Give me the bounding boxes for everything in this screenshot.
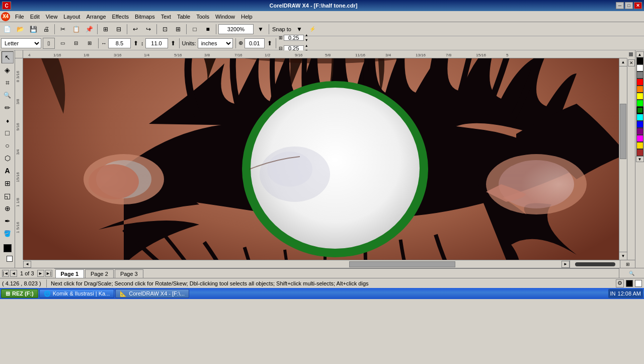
ungroup-button[interactable]: ⊞	[172, 24, 184, 35]
menu-arrange[interactable]: Arrange	[83, 11, 109, 22]
polygon-tool[interactable]: ⬡	[2, 152, 14, 164]
zoom-level-display[interactable]: 🔍	[619, 268, 644, 278]
height-input[interactable]: 11.0	[145, 38, 168, 48]
menu-effects[interactable]: Effects	[109, 11, 132, 22]
panel-close-button[interactable]: ✕	[628, 59, 635, 66]
interactive-fill-tool[interactable]: ◱	[2, 190, 14, 202]
zoom-tool[interactable]: 🔍	[2, 89, 14, 101]
outline-tool[interactable]: ✒	[2, 215, 14, 227]
freehand-tool[interactable]: ✏	[2, 102, 14, 114]
color-white[interactable]	[636, 64, 643, 71]
bleed-button[interactable]: ⊞	[84, 38, 96, 49]
color-magenta[interactable]	[636, 135, 643, 142]
undo-button[interactable]: ↩	[129, 24, 141, 35]
color-blue[interactable]	[636, 121, 643, 128]
next-page-button[interactable]: ►	[37, 270, 44, 277]
close-button[interactable]: ✕	[634, 2, 642, 9]
status-icon-button[interactable]: ⚙	[616, 279, 624, 287]
copy-button[interactable]: 📋	[70, 24, 82, 35]
menu-window[interactable]: Window	[212, 11, 238, 22]
width-spin[interactable]: ⬆	[132, 38, 139, 49]
last-page-button[interactable]: ►|	[45, 270, 52, 277]
color-orange[interactable]	[636, 86, 643, 93]
page-tab-2[interactable]: Page 2	[85, 269, 114, 278]
scroll-down-button[interactable]: ▼	[619, 252, 627, 260]
scroll-up-button[interactable]: ▲	[619, 58, 627, 66]
page-tab-1[interactable]: Page 1	[55, 269, 84, 278]
redo-button[interactable]: ↪	[142, 24, 154, 35]
menu-text[interactable]: Text	[158, 11, 174, 22]
page-settings-button[interactable]: ⊟	[70, 38, 82, 49]
page-tab-3[interactable]: Page 3	[115, 269, 143, 278]
color-green[interactable]	[636, 107, 643, 114]
zoom-fit-button[interactable]: ⊞	[620, 260, 635, 268]
menu-tools[interactable]: Tools	[193, 11, 212, 22]
color-white[interactable]	[2, 255, 14, 267]
color-gray[interactable]	[636, 71, 643, 79]
table-tool[interactable]: ⊞	[2, 177, 14, 189]
offset-x-input[interactable]: 0.25	[284, 35, 304, 41]
open-button[interactable]: 📂	[14, 24, 26, 35]
paste-button[interactable]: 📌	[83, 24, 95, 35]
fill-button[interactable]: ■	[202, 24, 214, 35]
taskbar-komik[interactable]: 🌐 Komik & Ilustrasi | Ka...	[39, 289, 115, 298]
maximize-button[interactable]: □	[625, 2, 633, 9]
align-button[interactable]: ⊟	[113, 24, 125, 35]
nudge-spin[interactable]: ⬆	[266, 38, 273, 49]
menu-layout[interactable]: Layout	[60, 11, 83, 22]
color-red[interactable]	[636, 79, 643, 86]
shape-tool[interactable]: ◈	[2, 64, 14, 76]
vscrollbar[interactable]: ▲ ▼	[619, 58, 627, 260]
fill-tool[interactable]: 🪣	[2, 228, 14, 240]
height-spin[interactable]: ⬆	[170, 38, 177, 49]
color-black[interactable]	[2, 242, 14, 254]
first-page-button[interactable]: |◄	[2, 270, 9, 277]
zoom-input[interactable]: 3200%	[218, 24, 254, 34]
cut-button[interactable]: ✂	[57, 24, 69, 35]
smart-fill-tool[interactable]: ⬧	[2, 114, 14, 126]
rectangle-tool[interactable]: □	[2, 127, 14, 139]
hscroll-thumb[interactable]	[349, 261, 455, 267]
group-button[interactable]: ⊡	[159, 24, 171, 35]
prev-page-button[interactable]: ◄	[10, 270, 17, 277]
color-lime[interactable]	[636, 100, 643, 107]
ellipse-tool[interactable]: ○	[2, 139, 14, 152]
start-button[interactable]: ⊞ REZ (F:)	[1, 289, 38, 298]
width-input[interactable]: 8.5	[108, 38, 131, 48]
outline-button[interactable]: □	[189, 24, 201, 35]
vscroll-thumb[interactable]	[620, 104, 626, 159]
page-size-select[interactable]: Letter	[1, 38, 41, 48]
text-tool[interactable]: A	[2, 165, 14, 177]
scroll-left-button[interactable]: ◄	[23, 261, 31, 268]
zoom-dropdown[interactable]: ▼	[255, 24, 267, 35]
menu-edit[interactable]: Edit	[27, 11, 43, 22]
palette-scroll-down[interactable]: ▼	[636, 156, 644, 162]
palette-scroll-up[interactable]: ▲	[636, 51, 644, 57]
hscroll-track[interactable]	[31, 261, 561, 268]
vscroll-track[interactable]	[619, 66, 627, 252]
minimize-button[interactable]: ─	[616, 2, 624, 9]
eyedropper-tool[interactable]: ⊕	[2, 202, 14, 214]
color-brown[interactable]	[636, 149, 643, 156]
zoom-bar[interactable]	[575, 262, 615, 266]
menu-file[interactable]: File	[12, 11, 27, 22]
units-select[interactable]: inches	[198, 38, 233, 48]
hscrollbar[interactable]: ◄ ► ⊞	[23, 260, 635, 268]
portrait-button[interactable]: ▯	[43, 38, 55, 49]
landscape-button[interactable]: ▭	[56, 38, 68, 49]
menu-table[interactable]: Table	[174, 11, 193, 22]
transform-button[interactable]: ⊞	[100, 24, 112, 35]
crop-tool[interactable]: ⌗	[2, 77, 14, 89]
menu-view[interactable]: View	[43, 11, 61, 22]
color-yellow[interactable]	[636, 93, 643, 100]
color-cyan[interactable]	[636, 114, 643, 121]
scroll-right-button[interactable]: ►	[561, 261, 570, 268]
offset-x-spin[interactable]: ▲ ▼	[305, 33, 308, 43]
new-button[interactable]: 📄	[1, 24, 13, 35]
nudge-input[interactable]: 0.01	[245, 38, 265, 48]
menu-bitmaps[interactable]: Bitmaps	[132, 11, 158, 22]
save-button[interactable]: 💾	[27, 24, 39, 35]
selector-tool[interactable]: ↖	[2, 51, 14, 63]
color-purple[interactable]	[636, 128, 643, 135]
color-black[interactable]	[636, 57, 643, 64]
